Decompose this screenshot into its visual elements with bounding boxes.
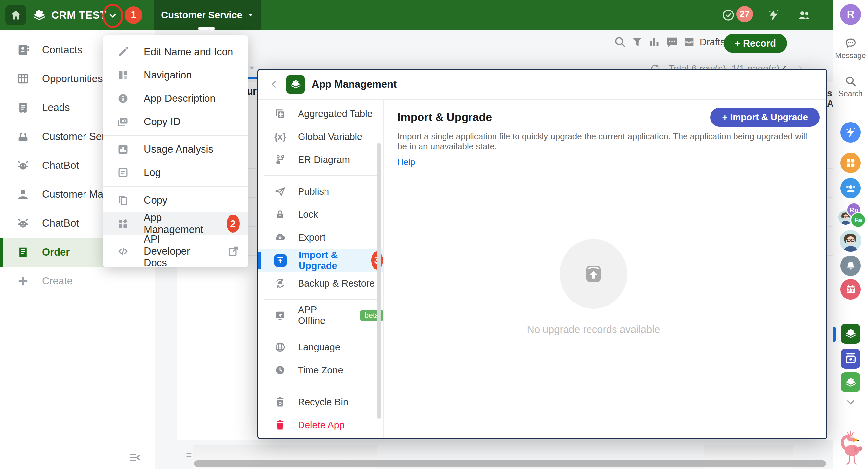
rail-calendar[interactable]: 27 [840, 279, 861, 300]
flamingo-mascot[interactable] [838, 426, 864, 466]
tab-customer-service[interactable]: Customer Service [154, 0, 261, 30]
rail-app-crm-light[interactable] [841, 372, 861, 392]
menu-item-label: Edit Name and Icon [144, 46, 233, 58]
background-caret-down-icon [248, 64, 256, 72]
chevron-down-icon[interactable] [108, 11, 118, 21]
app-offline-icon [274, 309, 286, 321]
filter-icon[interactable] [631, 35, 644, 48]
sidebar-item-create[interactable]: Create [0, 267, 155, 296]
app-name[interactable]: CRM TEST [51, 0, 106, 30]
menu-item-copy[interactable]: Copy [103, 189, 248, 212]
sparkle-bolt-icon [845, 127, 857, 138]
step-badge-1: 1 [125, 6, 143, 24]
modal-nav-scrollbar[interactable] [377, 143, 381, 419]
collapse-sidebar-icon[interactable] [128, 451, 142, 464]
global-variable-icon: {x} [274, 131, 286, 142]
rail-contact-cluster[interactable]: Ro Fa [838, 202, 864, 227]
nav-item-export[interactable]: Export [258, 226, 383, 249]
menu-item-label: Copy [144, 194, 167, 206]
menu-item-label: Log [144, 167, 161, 179]
menu-item-label: App Management [144, 212, 204, 235]
order-document-icon [17, 246, 30, 259]
search-icon[interactable] [614, 35, 627, 48]
nav-item-language[interactable]: Language [258, 336, 383, 359]
horizontal-scrollbar[interactable] [194, 461, 826, 467]
step-badge-2: 2 [226, 215, 240, 233]
menu-item-usage-analysis[interactable]: Usage Analysis [103, 138, 248, 161]
users-icon[interactable] [797, 8, 810, 22]
menu-item-copy-id[interactable]: Copy ID [103, 110, 248, 133]
nav-item-label: Lock [298, 209, 318, 220]
menu-item-navigation[interactable]: Navigation [103, 63, 248, 87]
rail-item-message[interactable]: Message [833, 37, 868, 60]
comment-icon[interactable] [665, 35, 679, 48]
user-avatar[interactable]: R [840, 4, 861, 25]
nav-item-publish[interactable]: Publish [258, 180, 383, 203]
nav-item-label: Global Variable [298, 131, 362, 142]
message-bubble-icon [844, 37, 857, 49]
rail-app-grid[interactable] [840, 153, 861, 173]
nav-item-import-upgrade[interactable]: Import & Upgrade 3 [258, 249, 383, 272]
nav-item-global-variable[interactable]: {x} Global Variable [258, 125, 383, 148]
nav-item-label: ER Diagram [298, 154, 350, 165]
sidebar-item-label: ChatBot [42, 217, 79, 229]
menu-divider [103, 186, 248, 187]
nav-item-delete-app[interactable]: Delete App [258, 413, 383, 436]
document-list-icon [17, 101, 30, 114]
chart-icon[interactable] [648, 35, 661, 48]
app-logo-icon [32, 7, 47, 23]
grid-table-icon [17, 72, 30, 86]
sidebar-item-label: ChatBot [42, 160, 79, 171]
nav-divider [264, 386, 378, 386]
app-logo-icon [289, 78, 302, 91]
menu-divider [103, 135, 248, 136]
rail-app-team[interactable] [840, 178, 861, 198]
menu-item-app-management[interactable]: App Management 2 [103, 212, 248, 235]
contact-avatar[interactable] [840, 230, 861, 252]
drafts-inbox-icon[interactable] [683, 35, 696, 48]
menu-item-app-description[interactable]: App Description [103, 87, 248, 110]
rail-app-sparkle[interactable] [840, 122, 861, 142]
add-record-button[interactable]: + Record [724, 34, 787, 53]
money-icon [844, 352, 857, 365]
menu-item-edit-name-icon[interactable]: Edit Name and Icon [103, 40, 248, 63]
drafts-label[interactable]: Drafts [700, 37, 725, 47]
rail-item-search[interactable]: Search [833, 75, 868, 98]
sparkle-bolt-icon[interactable] [767, 8, 780, 22]
grid-apps-icon [845, 157, 857, 169]
nav-item-app-offline[interactable]: APP Offline beta [258, 304, 383, 327]
nav-item-recycle-bin[interactable]: Recycle Bin [258, 391, 383, 413]
rail-divider [842, 420, 859, 421]
rail-app-crm-dark[interactable] [841, 324, 861, 343]
home-button[interactable] [5, 5, 26, 25]
clock-icon [274, 364, 286, 376]
tab-label: Customer Service [161, 10, 242, 21]
nav-item-lock[interactable]: Lock [258, 203, 383, 226]
nav-item-label: Backup & Restore [298, 278, 375, 289]
lock-icon [274, 208, 286, 221]
topbar: CRM TEST 1 Customer Service 27 [0, 0, 833, 30]
app-logo-icon [844, 376, 857, 389]
help-link[interactable]: Help [398, 157, 415, 167]
import-upgrade-button[interactable]: + Import & Upgrade [710, 108, 820, 127]
nav-item-aggregated-table[interactable]: Aggregated Table [258, 102, 383, 125]
rail-notifications[interactable] [840, 256, 861, 276]
nav-item-er-diagram[interactable]: ER Diagram [258, 148, 383, 171]
content-description: Import a single application file to quic… [398, 131, 812, 152]
modal-header: App Management [258, 70, 826, 100]
menu-item-api-developer-docs[interactable]: API Developer Docs [103, 239, 248, 263]
more-apps-chevron-icon[interactable] [845, 397, 856, 408]
table-footer-aggregate: = [186, 449, 192, 461]
menu-item-log[interactable]: Log [103, 161, 248, 184]
tasks-check-icon[interactable] [722, 8, 735, 22]
rail-app-finance[interactable] [841, 349, 861, 368]
backup-restore-icon [274, 277, 286, 289]
sidebar-item-label: Create [42, 275, 73, 287]
nav-item-backup-restore[interactable]: Backup & Restore [258, 272, 383, 295]
aggregated-table-icon [274, 108, 286, 120]
nav-item-time-zone[interactable]: Time Zone [258, 359, 383, 382]
nav-item-label: Delete App [298, 420, 345, 431]
home-icon [10, 9, 22, 21]
empty-state: No upgrade records available [384, 239, 803, 336]
back-chevron-icon[interactable] [268, 79, 279, 90]
